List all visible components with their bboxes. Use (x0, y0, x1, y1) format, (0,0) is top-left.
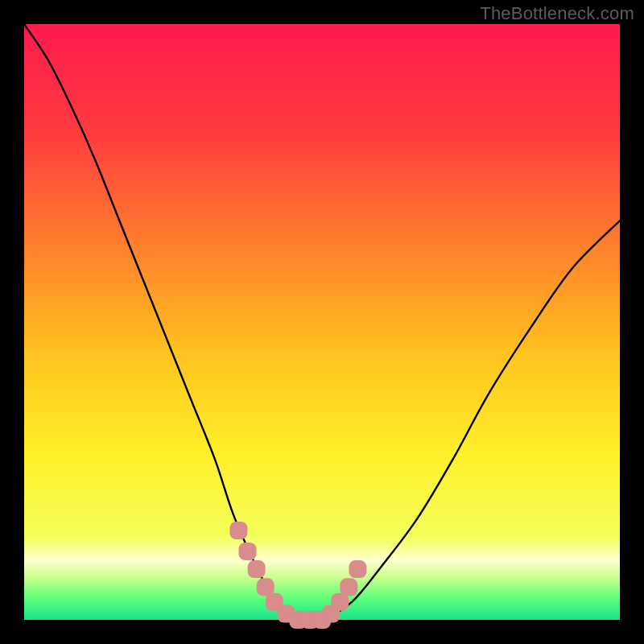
watermark-text: TheBottleneck.com (480, 3, 634, 24)
marker-point (349, 560, 366, 578)
plot-background (24, 24, 620, 620)
marker-point (229, 522, 247, 539)
marker-point (239, 543, 257, 560)
marker-point (340, 578, 357, 596)
bottleneck-chart (0, 0, 644, 644)
chart-stage: TheBottleneck.com (0, 0, 644, 644)
marker-point (248, 560, 266, 578)
